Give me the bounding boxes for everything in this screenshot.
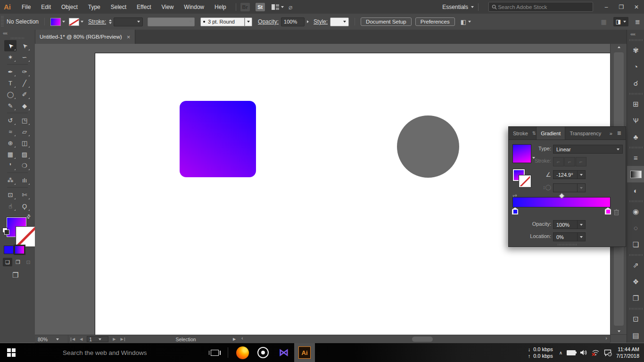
recorder-taskbar-icon[interactable] — [253, 343, 273, 362]
layers-panel-icon[interactable]: ❖ — [627, 273, 644, 290]
menu-item-type[interactable]: Type — [83, 4, 106, 10]
gradient-type-dropdown[interactable]: Linear — [553, 145, 623, 154]
panel-collapse-icon[interactable]: ⇅ — [532, 131, 536, 136]
appearance-panel-icon[interactable]: ◉ — [627, 203, 644, 220]
opacity-chevron-button[interactable] — [578, 220, 586, 229]
brushes-panel-icon[interactable]: Ѱ — [627, 112, 644, 129]
artboard-tool[interactable]: ⊡ — [4, 189, 17, 200]
screen-mode-button[interactable]: ❐ — [12, 271, 18, 280]
default-fill-stroke-icon[interactable] — [2, 228, 9, 234]
first-artboard-button[interactable]: ◀ — [68, 335, 77, 343]
stroke-weight-dropdown[interactable] — [114, 17, 143, 26]
wifi-disconnected-icon[interactable] — [592, 349, 600, 356]
action-center-icon[interactable] — [604, 349, 612, 356]
panel-menu-icon[interactable]: ≣ — [617, 130, 621, 136]
expand-panels-icon[interactable]: «« — [627, 30, 644, 38]
swatches-panel-icon[interactable]: ⊞ — [627, 96, 644, 112]
color-guide-panel-icon[interactable]: ◔ — [627, 58, 644, 75]
type-tool[interactable]: T — [4, 77, 17, 89]
brush-chevron-button[interactable] — [245, 17, 252, 26]
menu-item-effect[interactable]: Effect — [132, 4, 156, 10]
collapse-toolbar-icon[interactable]: «« — [0, 30, 35, 36]
align-chevron-icon[interactable] — [468, 21, 471, 23]
tab-gradient[interactable]: Gradient — [536, 127, 565, 140]
color-mode-button[interactable] — [4, 246, 14, 254]
blend-tool[interactable]: ❍ — [18, 160, 31, 171]
hidden-icons-chevron[interactable]: ∧ — [559, 350, 562, 355]
opacity-label[interactable]: Opacity: — [258, 18, 279, 25]
panel-resize-grip[interactable] — [558, 244, 577, 246]
direct-selection-tool[interactable]: ➤ — [18, 40, 31, 51]
menu-item-file[interactable]: File — [17, 4, 36, 10]
draw-normal-button[interactable]: ❏ — [3, 258, 12, 266]
tab-transparency[interactable]: Transparency — [565, 127, 605, 140]
gradient-midpoint-handle[interactable] — [559, 193, 565, 199]
grid-view-icon[interactable]: ▦ — [601, 18, 606, 25]
gradient-stop-start[interactable] — [512, 207, 518, 214]
gradient-tool[interactable]: ▨ — [18, 148, 31, 160]
hand-tool[interactable]: ☝ — [4, 200, 17, 212]
stop-location-input[interactable]: 0% — [553, 232, 578, 241]
menu-list-icon[interactable]: ≣ — [635, 18, 640, 25]
start-button[interactable] — [0, 343, 23, 362]
panel-overflow-icon[interactable]: » — [610, 131, 612, 136]
gradient-slider[interactable] — [512, 197, 611, 207]
toolbar-grip[interactable] — [11, 37, 24, 39]
task-view-button[interactable] — [205, 343, 224, 362]
panel-grip[interactable] — [1, 16, 4, 27]
width-tool[interactable]: ≈ — [4, 126, 17, 137]
firefox-taskbar-icon[interactable] — [232, 343, 253, 362]
artboards-panel-icon[interactable]: ❐ — [627, 290, 644, 306]
gray-circle-shape[interactable] — [397, 115, 459, 178]
stock-button[interactable]: St — [256, 3, 265, 11]
dock-group-grip[interactable] — [629, 200, 643, 202]
gradient-angle-input[interactable]: -124.9° — [553, 170, 578, 179]
dock-group-grip[interactable] — [629, 93, 643, 95]
shape-builder-tool[interactable]: ⊕ — [4, 137, 17, 148]
document-tab[interactable]: Untitled-1* @ 80% (RGB/Preview) × — [35, 30, 135, 44]
selection-tool[interactable]: ➤ — [4, 40, 17, 51]
menu-item-window[interactable]: Window — [179, 4, 209, 10]
network-speed-indicator[interactable]: ↓0.0 kbps ↑0.0 kbps — [528, 346, 553, 359]
ellipse-tool[interactable]: ◯ — [4, 89, 17, 100]
stroke-color-swatch[interactable] — [69, 18, 79, 26]
gradient-stop-end[interactable] — [605, 207, 611, 214]
restore-button[interactable]: ❐ — [614, 0, 629, 14]
eraser-tool[interactable]: ◆ — [18, 100, 31, 111]
opacity-popout-icon[interactable] — [307, 20, 309, 23]
last-artboard-button[interactable]: ▶ — [118, 335, 127, 343]
status-text[interactable]: Selection — [148, 337, 223, 342]
sync-status-icon[interactable]: ⌀ — [289, 3, 292, 11]
paintbrush-tool[interactable]: ✐ — [18, 89, 31, 100]
panel-fill-stroke-indicator[interactable] — [513, 169, 532, 188]
illustrator-taskbar-icon[interactable]: Ai — [294, 343, 315, 362]
symbols-panel-icon[interactable]: ♣ — [627, 129, 644, 145]
transform-panel-icon[interactable]: ⊡ — [627, 311, 644, 327]
document-setup-button[interactable]: Document Setup — [361, 17, 412, 26]
dock-arrange-button[interactable]: ◨ — [613, 17, 628, 26]
menu-item-help[interactable]: Help — [209, 4, 231, 10]
eyedropper-tool[interactable]: ❜ — [4, 160, 17, 171]
scroll-right-icon[interactable]: › — [605, 335, 607, 341]
stroke-weight-label[interactable]: Stroke: — [88, 18, 106, 25]
pencil-tool[interactable]: ✎ — [4, 100, 17, 111]
align-options-icon[interactable]: ◧ — [461, 18, 466, 25]
scroll-left-icon[interactable]: ‹ — [241, 335, 243, 341]
chevron-down-icon[interactable] — [471, 6, 474, 8]
style-label[interactable]: Style: — [314, 18, 328, 25]
lasso-tool[interactable]: ∽ — [18, 51, 31, 63]
draw-inside-button[interactable]: ⊡ — [24, 258, 33, 266]
transparency-panel-icon[interactable]: ◐ — [627, 182, 644, 199]
next-artboard-button[interactable]: ▶ — [110, 335, 118, 343]
slice-tool[interactable]: ✄ — [18, 189, 31, 200]
perspective-grid-tool[interactable]: ◫ — [18, 137, 31, 148]
zoom-tool[interactable]: Ϙ — [18, 200, 31, 212]
dock-group-grip[interactable] — [629, 147, 643, 148]
close-button[interactable]: ✕ — [629, 0, 644, 14]
magic-wand-tool[interactable]: ✶ — [4, 51, 17, 63]
fill-color-swatch[interactable] — [50, 18, 61, 26]
links-panel-icon[interactable]: ❏ — [627, 236, 644, 253]
brush-definition-dropdown[interactable]: 3 pt. Round — [200, 17, 245, 26]
scroll-down-icon[interactable] — [618, 330, 620, 332]
location-chevron-button[interactable] — [578, 232, 586, 241]
